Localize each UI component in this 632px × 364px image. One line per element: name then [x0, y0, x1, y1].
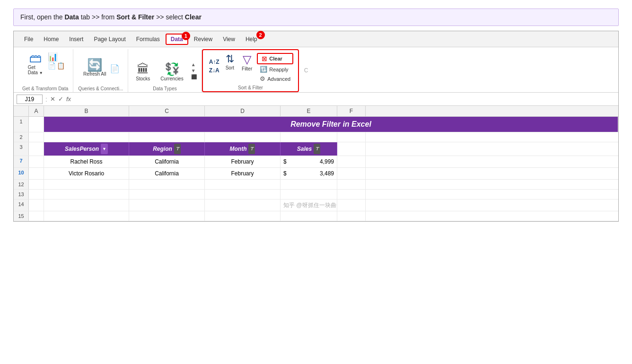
cell-7f[interactable] — [337, 156, 366, 167]
scroll-up[interactable]: ▲ — [191, 62, 197, 67]
col-headers: A B C D E F — [14, 106, 618, 117]
cell-1b-title: Remove Filter in Excel — [44, 117, 618, 132]
cell-12f[interactable] — [337, 180, 366, 189]
cell-7b[interactable]: Rachel Ross — [44, 156, 129, 167]
refresh-all-button[interactable]: 🔄 Refresh All — [81, 58, 108, 78]
cell-15d[interactable] — [205, 211, 281, 221]
cell-13f[interactable] — [337, 190, 366, 199]
cell-12a[interactable] — [29, 180, 44, 189]
cell-12e[interactable] — [281, 180, 337, 189]
cancel-formula-icon[interactable]: ✕ — [50, 95, 55, 103]
cell-14b[interactable] — [44, 199, 129, 211]
cell-14a[interactable] — [29, 199, 44, 211]
sort-az-button[interactable]: A↑Z — [208, 58, 221, 66]
refresh-all-label: Refresh All — [83, 71, 106, 77]
col-header-b[interactable]: B — [44, 106, 129, 116]
cell-14d[interactable] — [205, 199, 281, 211]
col-header-c[interactable]: C — [129, 106, 205, 116]
tab-formulas[interactable]: Formulas — [132, 34, 165, 45]
row-num-2: 2 — [14, 132, 29, 142]
tab-view[interactable]: View — [218, 34, 240, 45]
cell-10e[interactable]: $ 3,489 — [281, 168, 337, 179]
tab-help[interactable]: Help 2 — [241, 34, 262, 45]
cell-14e[interactable]: 知乎 @呀抓住一块曲奇 — [281, 199, 337, 211]
cell-15f[interactable] — [337, 211, 366, 221]
cell-13c[interactable] — [129, 190, 205, 199]
advanced-button[interactable]: ⚙ Advanced — [257, 74, 293, 83]
badge-2: 2 — [256, 31, 265, 39]
row-3: 3 SalesPerson ▼ Region ⊤ Month ⊤ Sales ⊤ — [14, 142, 618, 156]
cell-2a[interactable] — [29, 132, 44, 142]
cell-12c[interactable] — [129, 180, 205, 189]
col-header-d[interactable]: D — [205, 106, 281, 116]
get-data-button[interactable]: 🗃 GetData ▼ — [26, 51, 45, 76]
header-region[interactable]: Region ⊤ — [129, 142, 205, 156]
currencies-button[interactable]: 💱 Currencies — [158, 62, 186, 82]
query-icon-1[interactable]: 📄 — [110, 65, 120, 73]
cell-10f[interactable] — [337, 168, 366, 179]
reapply-button[interactable]: 🔃 Reapply — [257, 65, 293, 74]
cell-10b[interactable]: Victor Rosario — [44, 168, 129, 179]
cell-7a[interactable] — [29, 156, 44, 167]
table-icon[interactable]: 📊 — [48, 53, 65, 61]
tab-insert[interactable]: Insert — [64, 34, 88, 45]
cell-14f[interactable] — [337, 199, 366, 211]
cell-15a[interactable] — [29, 211, 44, 221]
filter-button[interactable]: ▽ Filter — [239, 53, 255, 72]
header-month[interactable]: Month ⊤ — [205, 142, 281, 156]
filter-arrow-sales[interactable]: ⊤ — [314, 144, 320, 154]
tab-page-layout[interactable]: Page Layout — [89, 34, 130, 45]
cell-3f[interactable] — [337, 142, 366, 156]
header-sales[interactable]: Sales ⊤ — [281, 142, 337, 156]
cell-13d[interactable] — [205, 190, 281, 199]
col-header-a[interactable]: A — [29, 106, 44, 116]
cell-13e[interactable] — [281, 190, 337, 199]
cell-13a[interactable] — [29, 190, 44, 199]
tab-data[interactable]: Data 1 — [166, 34, 188, 45]
cell-2b[interactable] — [44, 132, 129, 142]
cell-13b[interactable] — [44, 190, 129, 199]
cell-2e[interactable] — [281, 132, 337, 142]
cell-2d[interactable] — [205, 132, 281, 142]
cell-2f[interactable] — [337, 132, 366, 142]
tab-file[interactable]: File — [19, 34, 38, 45]
cell-2c[interactable] — [129, 132, 205, 142]
confirm-formula-icon[interactable]: ✓ — [58, 95, 63, 103]
cell-7e[interactable]: $ 4,999 — [281, 156, 337, 167]
cell-15b[interactable] — [44, 211, 129, 221]
stocks-button[interactable]: 🏛 Stocks — [133, 62, 153, 82]
cell-15e[interactable] — [281, 211, 337, 221]
cell-12b[interactable] — [44, 180, 129, 189]
scroll-down[interactable]: ▼ — [191, 68, 197, 73]
cell-15c[interactable] — [129, 211, 205, 221]
group-data-types: 🏛 Stocks 💱 Currencies ▲ ▼ ⬛ Data Types — [128, 49, 202, 92]
filter-arrow-region[interactable]: ⊤ — [174, 144, 181, 154]
scroll-expand[interactable]: ⬛ — [191, 74, 197, 79]
cell-10a[interactable] — [29, 168, 44, 179]
clear-button[interactable]: ⊠ Clear — [257, 53, 293, 64]
cell-3a[interactable] — [29, 142, 44, 156]
formula-input[interactable] — [74, 95, 615, 104]
tab-review[interactable]: Review — [189, 34, 217, 45]
filter-arrow-salesperson[interactable]: ▼ — [101, 144, 108, 154]
cell-7d[interactable]: February — [205, 156, 281, 167]
tab-home[interactable]: Home — [39, 34, 63, 45]
sort-az-za: A↑Z Z↓A — [208, 52, 221, 80]
col-header-e[interactable]: E — [281, 106, 337, 116]
cell-1a[interactable] — [29, 117, 44, 132]
col-header-f[interactable]: F — [337, 106, 366, 116]
row-7: 7 Rachel Ross California February $ 4,99… — [14, 156, 618, 168]
cell-12d[interactable] — [205, 180, 281, 189]
header-salesperson[interactable]: SalesPerson ▼ — [44, 142, 129, 156]
doc-icon-2[interactable]: 📋 — [57, 62, 65, 69]
cell-14c[interactable] — [129, 199, 205, 211]
sort-button[interactable]: ⇅ Sort — [223, 53, 237, 71]
filter-arrow-month[interactable]: ⊤ — [248, 144, 255, 154]
doc-icon-1[interactable]: 📄 — [48, 62, 56, 69]
cell-10c[interactable]: California — [129, 168, 205, 179]
cell-10d[interactable]: February — [205, 168, 281, 179]
cell-reference[interactable]: J19 — [17, 95, 43, 104]
fx-icon[interactable]: fx — [66, 95, 71, 103]
cell-7c[interactable]: California — [129, 156, 205, 167]
sort-za-button[interactable]: Z↓A — [208, 67, 221, 74]
